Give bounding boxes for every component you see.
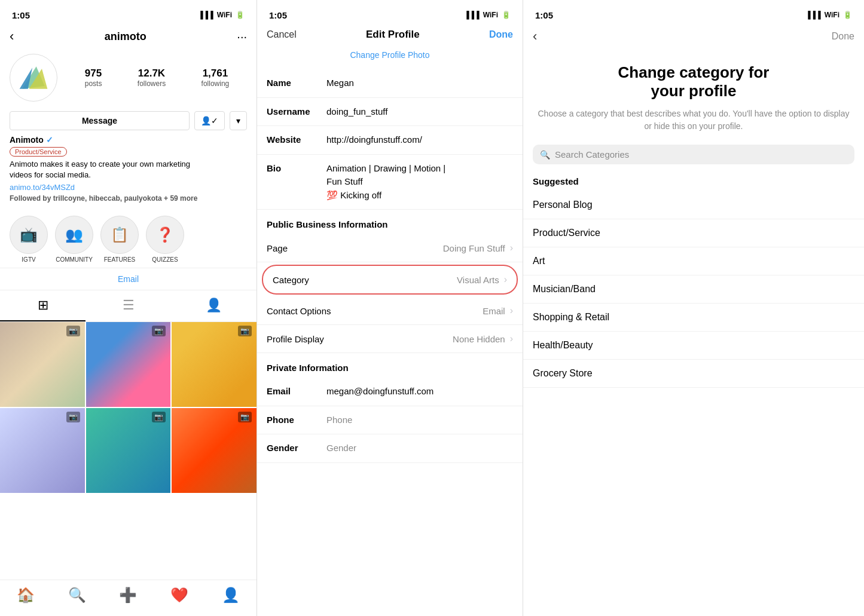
category-product-service[interactable]: Product/Service — [523, 219, 864, 247]
stat-followers: 12.7K followers — [138, 68, 166, 88]
profile-name-line: Animoto ✓ — [10, 135, 247, 145]
field-name: Name Megan — [257, 69, 523, 98]
cancel-button[interactable]: Cancel — [267, 29, 297, 40]
profile-username: animoto — [105, 30, 146, 43]
profile-nav: ‹ animoto ··· — [0, 26, 257, 49]
nav-add[interactable]: ➕ — [116, 586, 140, 604]
photo-cell[interactable]: 📷 — [172, 322, 257, 407]
category-title-section: Change category foryour profile Choose a… — [523, 51, 864, 140]
field-email: Email megan@doingfunstuff.com — [257, 378, 523, 406]
media-icon: 📷 — [152, 326, 166, 336]
nav-likes[interactable]: ❤️ — [167, 586, 191, 604]
wifi-icon: WiFi — [483, 11, 498, 19]
battery-icon: 🔋 — [236, 11, 245, 19]
field-page[interactable]: Page Doing Fun Stuff › — [257, 234, 523, 262]
field-profile-display[interactable]: Profile Display None Hidden › — [257, 325, 523, 353]
follow-button[interactable]: 👤✓ — [194, 111, 225, 130]
photo-cell[interactable]: 📷 — [0, 322, 85, 407]
field-phone: Phone Phone — [257, 406, 523, 435]
wifi-icon: WiFi — [217, 11, 232, 19]
more-button[interactable]: ··· — [237, 30, 247, 44]
back-button[interactable]: ‹ — [533, 29, 537, 44]
photo-cell[interactable]: 📷 — [86, 408, 171, 493]
photo-cell[interactable]: 📷 — [86, 322, 171, 407]
edit-nav: Cancel Edit Profile Done — [257, 26, 523, 48]
nav-profile[interactable]: 👤 — [219, 586, 243, 604]
highlight-community[interactable]: 👥 COMMUNITY — [55, 216, 93, 263]
category-art[interactable]: Art — [523, 247, 864, 275]
category-nav: ‹ Done — [523, 26, 864, 51]
verified-icon: ✓ — [46, 135, 53, 145]
wifi-icon: WiFi — [825, 11, 839, 19]
back-button[interactable]: ‹ — [10, 29, 14, 44]
photo-cell[interactable]: 📷 — [172, 408, 257, 493]
highlight-igtv[interactable]: 📺 IGTV — [10, 216, 48, 263]
search-bar[interactable]: 🔍 Search Categories — [533, 145, 854, 164]
section-private-info: Private Information — [257, 353, 523, 378]
tab-grid[interactable]: ⊞ — [0, 290, 86, 321]
search-input[interactable]: Search Categories — [555, 149, 629, 160]
category-main-title: Change category foryour profile — [535, 63, 852, 100]
status-bar-2: 1:05 ▐▐▐ WiFi 🔋 — [257, 0, 523, 26]
content-tabs: ⊞ ☰ 👤 — [0, 290, 257, 322]
photo-grid: 📷 📷 📷 📷 📷 📷 — [0, 322, 257, 492]
signal-icon: ▐▐▐ — [805, 11, 821, 19]
chevron-right-icon: › — [510, 243, 513, 253]
category-shopping-retail[interactable]: Shopping & Retail — [523, 304, 864, 332]
dropdown-button[interactable]: ▾ — [230, 111, 247, 130]
nav-search[interactable]: 🔍 — [65, 586, 89, 604]
battery-icon: 🔋 — [843, 11, 852, 19]
stats-container: 975 posts 12.7K followers 1,761 followin… — [67, 68, 247, 88]
profile-info: Animoto ✓ Product/Service Animoto makes … — [0, 135, 257, 211]
signal-icon: ▐▐▐ — [198, 11, 213, 19]
media-icon: 📷 — [238, 326, 252, 336]
done-button[interactable]: Done — [489, 29, 513, 40]
section-public-business: Public Business Information — [257, 210, 523, 234]
tab-tagged[interactable]: 👤 — [171, 290, 257, 321]
highlight-features[interactable]: 📋 FEATURES — [100, 216, 139, 263]
media-icon: 📷 — [66, 326, 80, 336]
category-list: Personal Blog Product/Service Art Musici… — [523, 191, 864, 388]
screen-change-category: 1:05 ▐▐▐ WiFi 🔋 ‹ Done Change category f… — [523, 0, 864, 616]
status-time-1: 1:05 — [12, 10, 30, 20]
chevron-right-icon: › — [510, 305, 513, 316]
category-grocery-store[interactable]: Grocery Store — [523, 360, 864, 388]
category-health-beauty[interactable]: Health/Beauty — [523, 332, 864, 360]
edit-profile-title: Edit Profile — [366, 29, 420, 41]
profile-link[interactable]: animo.to/34vMSZd — [10, 183, 247, 192]
chevron-right-icon: › — [510, 333, 513, 344]
category-musician-band[interactable]: Musician/Band — [523, 275, 864, 304]
category-subtitle: Choose a category that best describes wh… — [535, 108, 852, 133]
stat-posts: 975 posts — [85, 68, 102, 88]
email-button[interactable]: Email — [0, 268, 257, 290]
photo-cell[interactable]: 📷 — [0, 408, 85, 493]
field-gender: Gender Gender — [257, 434, 523, 463]
change-photo-button[interactable]: Change Profile Photo — [257, 48, 523, 69]
field-contact-options[interactable]: Contact Options Email › — [257, 297, 523, 325]
profile-header: 975 posts 12.7K followers 1,761 followin… — [0, 49, 257, 106]
category-badge: Product/Service — [10, 147, 67, 157]
stat-following: 1,761 following — [202, 68, 230, 88]
category-personal-blog[interactable]: Personal Blog — [523, 191, 864, 219]
status-icons-3: ▐▐▐ WiFi 🔋 — [805, 11, 852, 19]
screen-edit-profile: 1:05 ▐▐▐ WiFi 🔋 Cancel Edit Profile Done… — [257, 0, 523, 616]
suggested-header: Suggested — [523, 174, 864, 191]
nav-home[interactable]: 🏠 — [14, 586, 38, 604]
category-highlighted: Category Visual Arts › — [262, 265, 518, 295]
tab-list[interactable]: ☰ — [86, 290, 171, 321]
profile-followed: Followed by trillcoyne, hibeccab, paulyo… — [10, 194, 247, 203]
chevron-right-icon: › — [504, 274, 507, 285]
done-button[interactable]: Done — [832, 31, 854, 42]
field-website: Website http://doingfunstuff.com/ — [257, 126, 523, 155]
bottom-nav: 🏠 🔍 ➕ ❤️ 👤 — [0, 580, 257, 616]
signal-icon: ▐▐▐ — [464, 11, 480, 19]
status-time-2: 1:05 — [269, 10, 287, 20]
status-bar-1: 1:05 ▐▐▐ WiFi 🔋 — [0, 0, 257, 26]
highlights: 📺 IGTV 👥 COMMUNITY 📋 FEATURES ❓ QUIZZES — [0, 211, 257, 268]
highlight-quizzes[interactable]: ❓ QUIZZES — [146, 216, 184, 263]
field-category[interactable]: Category Visual Arts › — [263, 266, 517, 293]
field-username: Username doing_fun_stuff — [257, 98, 523, 127]
status-icons-1: ▐▐▐ WiFi 🔋 — [198, 11, 245, 19]
field-bio: Bio Animation | Drawing | Motion | Fun S… — [257, 155, 523, 210]
message-button[interactable]: Message — [10, 111, 190, 130]
